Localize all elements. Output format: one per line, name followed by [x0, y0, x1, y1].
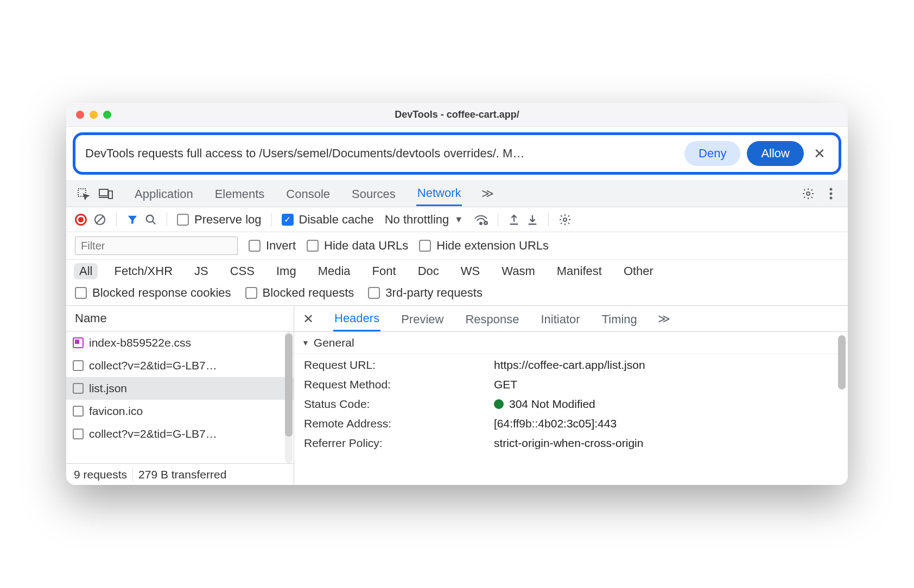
- settings-icon[interactable]: [799, 184, 817, 203]
- type-css[interactable]: CSS: [225, 263, 260, 279]
- inspect-icon[interactable]: [74, 184, 92, 203]
- hide-data-label: Hide data URLs: [324, 239, 408, 253]
- kv-key: Remote Address:: [304, 417, 494, 430]
- invert-checkbox[interactable]: [249, 240, 261, 252]
- record-button[interactable]: [75, 214, 87, 226]
- network-toolbar: Preserve log ✓ Disable cache No throttli…: [66, 207, 848, 232]
- blocked-req-checkbox[interactable]: [245, 287, 257, 299]
- type-font[interactable]: Font: [367, 263, 402, 279]
- disable-cache-checkbox[interactable]: ✓: [282, 214, 294, 226]
- hide-ext-label: Hide extension URLs: [436, 239, 549, 253]
- request-row[interactable]: collect?v=2&tid=G-LB7…: [66, 354, 294, 377]
- svg-point-3: [807, 192, 810, 195]
- close-banner-icon[interactable]: ✕: [810, 145, 829, 162]
- list-footer: 9 requests 279 B transferred: [66, 463, 294, 485]
- blocked-cookies-checkbox[interactable]: [75, 287, 87, 299]
- kv-val: GET: [494, 378, 517, 391]
- type-doc[interactable]: Doc: [412, 263, 445, 279]
- kv-key: Request URL:: [304, 359, 494, 372]
- request-row[interactable]: list.json: [66, 377, 294, 400]
- device-toggle-icon[interactable]: [97, 184, 115, 203]
- blocked-cookies-toggle[interactable]: Blocked response cookies: [75, 286, 231, 300]
- request-row[interactable]: index-b859522e.css: [66, 331, 294, 354]
- hide-data-checkbox[interactable]: [307, 240, 319, 252]
- close-detail-icon[interactable]: ✕: [303, 311, 314, 327]
- request-row[interactable]: collect?v=2&tid=G-LB7…: [66, 423, 294, 445]
- request-row[interactable]: favicon.ico: [66, 400, 294, 423]
- network-conditions-icon[interactable]: [474, 214, 488, 226]
- kv-key: Status Code:: [304, 398, 494, 411]
- transferred-size: 279 B transferred: [138, 468, 226, 481]
- kv-row: Request URL: https://coffee-cart.app/lis…: [304, 359, 838, 372]
- detail-scroll-thumb[interactable]: [838, 335, 846, 389]
- svg-point-6: [830, 196, 833, 199]
- svg-line-10: [153, 221, 156, 224]
- search-icon[interactable]: [145, 214, 157, 226]
- dtab-headers[interactable]: Headers: [333, 306, 380, 331]
- deny-button[interactable]: Deny: [684, 141, 740, 166]
- request-name: favicon.ico: [89, 405, 143, 418]
- type-js[interactable]: JS: [189, 263, 214, 279]
- network-settings-icon[interactable]: [558, 213, 572, 226]
- row-checkbox-icon: [73, 383, 84, 394]
- tab-console[interactable]: Console: [285, 182, 331, 206]
- hide-data-toggle[interactable]: Hide data URLs: [307, 239, 408, 253]
- filter-bar: Invert Hide data URLs Hide extension URL…: [66, 232, 848, 260]
- kv-row: Referrer Policy: strict-origin-when-cros…: [304, 437, 838, 450]
- download-icon[interactable]: [526, 214, 538, 226]
- panel-tabbar: Application Elements Console Sources Net…: [66, 180, 848, 207]
- tab-elements[interactable]: Elements: [214, 182, 266, 206]
- third-party-checkbox[interactable]: [368, 287, 380, 299]
- type-all[interactable]: All: [74, 263, 98, 279]
- list-scroll-thumb[interactable]: [285, 334, 293, 437]
- dtab-initiator[interactable]: Initiator: [539, 307, 581, 331]
- preserve-log-checkbox[interactable]: [177, 214, 189, 226]
- disclosure-triangle-icon: ▼: [302, 338, 309, 347]
- kv-row: Status Code: 304 Not Modified: [304, 398, 838, 411]
- type-wasm[interactable]: Wasm: [496, 263, 541, 279]
- request-name: list.json: [89, 382, 127, 395]
- request-name: index-b859522e.css: [89, 336, 191, 349]
- filter-input[interactable]: [75, 237, 238, 255]
- preserve-log-toggle[interactable]: Preserve log: [177, 213, 262, 227]
- invert-toggle[interactable]: Invert: [249, 239, 296, 253]
- tab-sources[interactable]: Sources: [351, 182, 397, 206]
- general-label: General: [314, 336, 354, 349]
- filter-icon[interactable]: [126, 214, 138, 226]
- dtab-preview[interactable]: Preview: [400, 307, 445, 331]
- row-checkbox-icon: [73, 360, 84, 371]
- type-media[interactable]: Media: [313, 263, 356, 279]
- hide-ext-toggle[interactable]: Hide extension URLs: [419, 239, 549, 253]
- general-section-header[interactable]: ▼ General: [294, 332, 848, 354]
- third-party-toggle[interactable]: 3rd-party requests: [368, 286, 483, 300]
- clear-button[interactable]: [93, 213, 106, 226]
- kebab-menu-icon[interactable]: [822, 184, 840, 203]
- dtab-timing[interactable]: Timing: [601, 307, 638, 331]
- tab-application[interactable]: Application: [134, 182, 194, 206]
- tab-network[interactable]: Network: [416, 181, 462, 206]
- allow-button[interactable]: Allow: [747, 141, 804, 166]
- kv-key: Request Method:: [304, 378, 494, 391]
- svg-line-8: [96, 216, 104, 223]
- disable-cache-toggle[interactable]: ✓ Disable cache: [282, 213, 374, 227]
- throttling-select[interactable]: No throttling ▼: [385, 213, 463, 227]
- upload-icon[interactable]: [508, 214, 520, 226]
- permission-banner: DevTools requests full access to /Users/…: [73, 132, 841, 175]
- svg-point-11: [480, 222, 482, 225]
- type-ws[interactable]: WS: [455, 263, 485, 279]
- disable-cache-label: Disable cache: [299, 213, 374, 227]
- blocked-req-label: Blocked requests: [263, 286, 354, 300]
- content-split: Name index-b859522e.css collect?v=2&tid=…: [66, 306, 848, 485]
- hide-ext-checkbox[interactable]: [419, 240, 431, 252]
- more-detail-tabs-icon[interactable]: ≫: [658, 312, 670, 326]
- list-header-name[interactable]: Name: [66, 306, 294, 331]
- type-fetch[interactable]: Fetch/XHR: [109, 263, 178, 279]
- type-manifest[interactable]: Manifest: [551, 263, 607, 279]
- kv-key: Referrer Policy:: [304, 437, 494, 450]
- status-text: 304 Not Modified: [509, 398, 595, 411]
- type-img[interactable]: Img: [271, 263, 302, 279]
- type-other[interactable]: Other: [618, 263, 659, 279]
- blocked-req-toggle[interactable]: Blocked requests: [245, 286, 354, 300]
- more-tabs-icon[interactable]: ≫: [481, 187, 494, 201]
- dtab-response[interactable]: Response: [464, 307, 520, 331]
